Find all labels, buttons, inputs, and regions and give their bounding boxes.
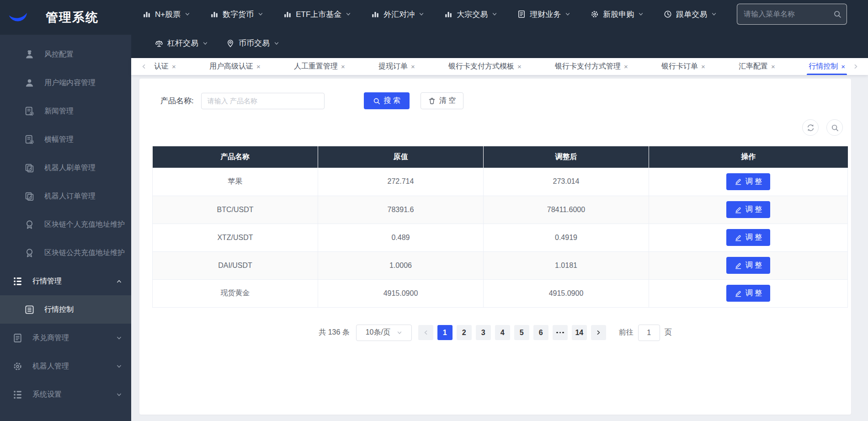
refresh-icon	[807, 124, 815, 132]
sidebar-item-label: 区块链个人充值地址维护	[44, 220, 125, 229]
tab-item[interactable]: 银行卡支付方式模板×	[447, 58, 523, 75]
sidebar-item[interactable]: 承兑商管理	[0, 324, 131, 352]
copy-icon	[25, 192, 34, 201]
sidebar-item[interactable]: 用户端内容管理	[0, 69, 131, 97]
topnav-item[interactable]: 杠杆交易	[155, 38, 208, 48]
page-size-select[interactable]: 10条/页	[356, 325, 412, 341]
adjust-button[interactable]: 调 整	[726, 173, 770, 190]
search-button[interactable]: 搜 索	[364, 92, 410, 109]
column-header: 调整后	[483, 146, 649, 168]
edit-icon	[735, 178, 742, 185]
close-icon[interactable]: ×	[256, 63, 261, 70]
topnav-item[interactable]: N+股票	[143, 9, 190, 20]
adjust-button[interactable]: 调 整	[726, 201, 770, 218]
topnav-item[interactable]: 理财业务	[517, 9, 570, 20]
tab-item[interactable]: 人工重置管理×	[292, 58, 347, 75]
topnav-item-label: 杠杆交易	[167, 38, 198, 48]
close-icon[interactable]: ×	[771, 63, 775, 70]
topnav-item[interactable]: 外汇对冲	[371, 9, 424, 20]
search-button-label: 搜 索	[384, 96, 400, 106]
topnav-item[interactable]: 跟单交易	[664, 9, 717, 20]
topnav-item[interactable]: 新股申购	[591, 9, 644, 20]
adjust-button[interactable]: 调 整	[726, 285, 770, 302]
close-icon[interactable]: ×	[341, 63, 345, 70]
tab-item[interactable]: 认证×	[152, 58, 178, 75]
product-name-input[interactable]	[201, 93, 325, 109]
adjust-button[interactable]: 调 整	[726, 229, 770, 246]
chevron-down-icon	[492, 11, 497, 17]
app-root: 管理系统 风控配置用户端内容管理新闻管理横幅管理机器人刷单管理机器人订单管理区块…	[0, 0, 868, 421]
chevron-down-icon	[258, 11, 263, 17]
sidebar-item[interactable]: 机器人管理	[0, 352, 131, 380]
page-button[interactable]: 5	[514, 325, 529, 340]
adjust-button-label: 调 整	[746, 261, 762, 270]
tab-item[interactable]: 行情控制×	[807, 58, 847, 75]
chevron-down-icon	[346, 11, 351, 17]
next-page-button[interactable]	[591, 325, 606, 340]
sidebar-item[interactable]: 行情管理	[0, 267, 131, 295]
content-wrapper: 产品名称: 搜 索 清 空	[131, 75, 868, 421]
cell-adjusted: 4915.0900	[483, 279, 649, 307]
close-icon[interactable]: ×	[701, 63, 705, 70]
tab-item[interactable]: 汇率配置×	[737, 58, 777, 75]
table-row: 现货黄金4915.09004915.0900调 整	[153, 279, 848, 307]
top-navbar: N+股票数字货币ETF上市基金外汇对冲大宗交易理财业务新股申购跟单交易root2…	[131, 0, 868, 58]
tabs-scroll-right-button[interactable]	[850, 58, 862, 75]
tab-label: 行情控制	[809, 62, 838, 71]
adjust-button[interactable]: 调 整	[726, 257, 770, 274]
bar-chart-icon	[283, 10, 292, 18]
tabs-track: 认证×用户高级认证×人工重置管理×提现订单×银行卡支付方式模板×银行卡支付方式管…	[149, 58, 850, 75]
page-button[interactable]: 6	[533, 325, 548, 340]
cell-action: 调 整	[649, 251, 847, 279]
cell-adjusted: 78411.6000	[483, 196, 649, 224]
topnav-item[interactable]: 币币交易	[226, 38, 279, 48]
tabs-scroll-left-button[interactable]	[138, 58, 149, 75]
adjust-button-label: 调 整	[746, 288, 762, 298]
prev-page-button[interactable]	[418, 325, 433, 340]
page-ellipsis[interactable]	[553, 325, 568, 340]
page-button[interactable]: 4	[495, 325, 510, 340]
tab-item[interactable]: 用户高级认证×	[208, 58, 262, 75]
tab-item[interactable]: 提现订单×	[377, 58, 417, 75]
close-icon[interactable]: ×	[624, 63, 628, 70]
close-icon[interactable]: ×	[841, 63, 845, 70]
cell-name: 苹果	[153, 168, 318, 196]
topnav-item-label: 外汇对冲	[383, 9, 415, 20]
page-button[interactable]: 3	[476, 325, 491, 340]
top-nav-row1: N+股票数字货币ETF上市基金外汇对冲大宗交易理财业务新股申购跟单交易root2	[131, 0, 868, 28]
gear-icon	[591, 10, 599, 18]
edit-icon	[735, 234, 742, 241]
chevron-down-icon	[638, 11, 644, 17]
table-row: DAI/USDT1.00061.0181调 整	[153, 251, 848, 279]
sidebar-item[interactable]: 机器人订单管理	[0, 182, 131, 210]
close-icon[interactable]: ×	[172, 63, 176, 70]
refresh-button[interactable]	[802, 119, 819, 136]
search-toggle-button[interactable]	[826, 119, 843, 136]
tab-label: 汇率配置	[739, 62, 768, 71]
close-icon[interactable]: ×	[411, 63, 415, 70]
sidebar-item[interactable]: 风控配置	[0, 40, 131, 69]
tab-item[interactable]: 银行卡订单×	[660, 58, 707, 75]
sidebar-item[interactable]: 系统设置	[0, 380, 131, 409]
topnav-item[interactable]: 大宗交易	[444, 9, 497, 20]
goto-page-input[interactable]	[638, 325, 660, 341]
tab-item[interactable]: 银行卡支付方式管理×	[553, 58, 630, 75]
search-icon	[373, 97, 380, 105]
sidebar-item[interactable]: 横幅管理	[0, 125, 131, 154]
sidebar-item[interactable]: 新闻管理	[0, 97, 131, 125]
topnav-item[interactable]: ETF上市基金	[283, 9, 351, 20]
sidebar-item[interactable]: 区块链个人充值地址维护	[0, 210, 131, 239]
close-icon[interactable]: ×	[517, 63, 522, 70]
clear-button[interactable]: 清 空	[421, 92, 463, 109]
tab-label: 提现订单	[378, 62, 408, 71]
page-button[interactable]: 14	[572, 325, 587, 340]
menu-search-input[interactable]	[737, 4, 847, 25]
sidebar-item[interactable]: 行情控制	[0, 295, 131, 324]
page-button[interactable]: 2	[457, 325, 472, 340]
sidebar-item[interactable]: 机器人刷单管理	[0, 154, 131, 182]
sidebar-item[interactable]: 区块链公共充值地址维护	[0, 239, 131, 267]
topnav-item[interactable]: 数字货币	[210, 9, 263, 20]
page-button[interactable]: 1	[437, 325, 453, 340]
goto-label: 前往	[619, 328, 634, 337]
cell-original: 0.489	[318, 224, 483, 251]
